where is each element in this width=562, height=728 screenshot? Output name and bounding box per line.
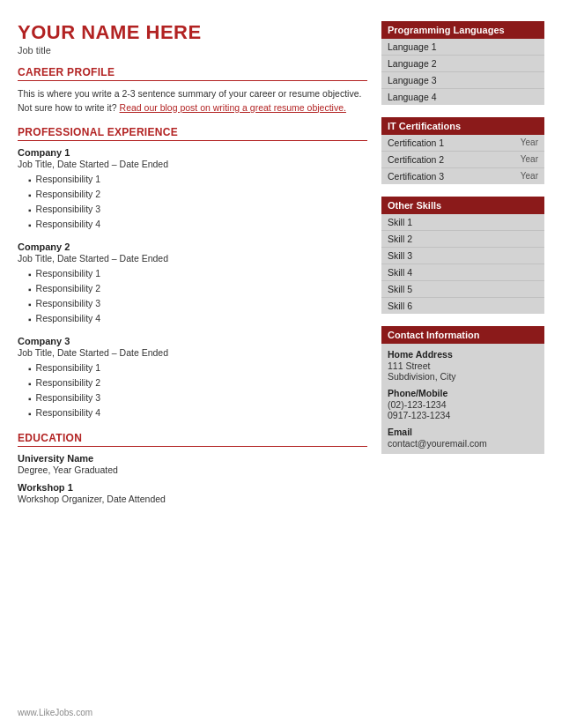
- company-block-2: Company 2 Job Title, Date Started – Date…: [18, 241, 367, 327]
- edu-block-2: Workshop 1 Workshop Organizer, Date Atte…: [18, 482, 367, 504]
- list-item: Responsibility 2: [28, 188, 367, 203]
- company-name-2: Company 2: [18, 241, 367, 252]
- list-item: Skill 4: [381, 264, 544, 281]
- list-item: Certification 2 Year: [381, 152, 544, 168]
- other-skills-section: Other Skills Skill 1 Skill 2 Skill 3 Ski…: [381, 197, 544, 314]
- career-profile-section: CAREER PROFILE This is where you write a…: [18, 66, 367, 115]
- contact-phone-label: Phone/Mobile: [388, 388, 538, 398]
- list-item: Language 2: [381, 56, 544, 72]
- programming-languages-header: Programming Languages: [381, 21, 544, 39]
- main-column: YOUR NAME HERE Job title CAREER PROFILE …: [18, 21, 367, 511]
- list-item: Responsibility 1: [28, 267, 367, 282]
- contact-phone-1: (02)-123-1234: [388, 399, 538, 410]
- contact-email-label: Email: [388, 427, 538, 437]
- job-title: Job title: [18, 45, 367, 56]
- responsibilities-list-2: Responsibility 1 Responsibility 2 Respon…: [18, 267, 367, 327]
- contact-address-street: 111 Street: [388, 360, 538, 371]
- list-item: Language 4: [381, 89, 544, 105]
- list-item: Responsibility 2: [28, 282, 367, 297]
- list-item: Responsibility 1: [28, 173, 367, 188]
- professional-experience-section: PROFESSIONAL EXPERIENCE Company 1 Job Ti…: [18, 126, 367, 421]
- it-certifications-section: IT Certifications Certification 1 Year C…: [381, 117, 544, 184]
- list-item: Skill 6: [381, 298, 544, 314]
- career-profile-link[interactable]: Read our blog post on writing a great re…: [120, 102, 346, 113]
- edu-detail-1: Degree, Year Graduated: [18, 464, 367, 475]
- career-profile-header: CAREER PROFILE: [18, 66, 367, 81]
- contact-phone: Phone/Mobile (02)-123-1234 0917-123-1234: [388, 388, 538, 420]
- professional-experience-header: PROFESSIONAL EXPERIENCE: [18, 126, 367, 141]
- contact-address: Home Address 111 Street Subdivision, Cit…: [388, 349, 538, 382]
- sidebar-column: Programming Languages Language 1 Languag…: [381, 21, 544, 511]
- contact-email: Email contact@youremail.com: [388, 427, 538, 449]
- contact-section: Contact Information Home Address 111 Str…: [381, 326, 544, 454]
- company-block-3: Company 3 Job Title, Date Started – Date…: [18, 336, 367, 421]
- it-certifications-list: Certification 1 Year Certification 2 Yea…: [381, 135, 544, 184]
- company-name-3: Company 3: [18, 336, 367, 346]
- contact-phone-2: 0917-123-1234: [388, 410, 538, 420]
- contact-email-value: contact@youremail.com: [388, 438, 538, 449]
- edu-name-1: University Name: [18, 453, 367, 464]
- education-section: EDUCATION University Name Degree, Year G…: [18, 432, 367, 504]
- contact-header: Contact Information: [381, 326, 544, 344]
- list-item: Responsibility 3: [28, 203, 367, 218]
- education-header: EDUCATION: [18, 432, 367, 447]
- resume-name: YOUR NAME HERE: [18, 21, 367, 44]
- contact-address-city: Subdivision, City: [388, 371, 538, 382]
- list-item: Language 3: [381, 72, 544, 89]
- edu-block-1: University Name Degree, Year Graduated: [18, 453, 367, 475]
- list-item: Responsibility 4: [28, 406, 367, 421]
- programming-languages-list: Language 1 Language 2 Language 3 Languag…: [381, 39, 544, 105]
- list-item: Responsibility 1: [28, 361, 367, 376]
- list-item: Skill 5: [381, 281, 544, 298]
- list-item: Responsibility 4: [28, 312, 367, 327]
- list-item: Responsibility 4: [28, 218, 367, 233]
- list-item: Certification 3 Year: [381, 168, 544, 184]
- company-block-1: Company 1 Job Title, Date Started – Date…: [18, 147, 367, 233]
- programming-languages-section: Programming Languages Language 1 Languag…: [381, 21, 544, 105]
- list-item: Skill 1: [381, 214, 544, 231]
- responsibilities-list-1: Responsibility 1 Responsibility 2 Respon…: [18, 173, 367, 233]
- company-job-info-3: Job Title, Date Started – Date Ended: [18, 347, 367, 358]
- list-item: Language 1: [381, 39, 544, 56]
- edu-detail-2: Workshop Organizer, Date Attended: [18, 494, 367, 504]
- contact-block: Home Address 111 Street Subdivision, Cit…: [381, 344, 544, 454]
- list-item: Certification 1 Year: [381, 135, 544, 152]
- edu-name-2: Workshop 1: [18, 482, 367, 493]
- it-certifications-header: IT Certifications: [381, 117, 544, 135]
- company-job-info-2: Job Title, Date Started – Date Ended: [18, 253, 367, 264]
- list-item: Responsibility 3: [28, 297, 367, 312]
- list-item: Responsibility 2: [28, 376, 367, 391]
- career-profile-text: This is where you write a 2-3 sentence s…: [18, 87, 367, 115]
- footer-text: www.LikeJobs.com: [18, 708, 92, 717]
- footer: www.LikeJobs.com: [18, 708, 92, 717]
- contact-address-label: Home Address: [388, 349, 538, 360]
- list-item: Skill 3: [381, 248, 544, 264]
- list-item: Skill 2: [381, 231, 544, 248]
- other-skills-list: Skill 1 Skill 2 Skill 3 Skill 4 Skill 5 …: [381, 214, 544, 314]
- name-title-block: YOUR NAME HERE Job title: [18, 21, 367, 56]
- other-skills-header: Other Skills: [381, 197, 544, 214]
- company-job-info-1: Job Title, Date Started – Date Ended: [18, 159, 367, 169]
- list-item: Responsibility 3: [28, 391, 367, 406]
- responsibilities-list-3: Responsibility 1 Responsibility 2 Respon…: [18, 361, 367, 421]
- company-name-1: Company 1: [18, 147, 367, 158]
